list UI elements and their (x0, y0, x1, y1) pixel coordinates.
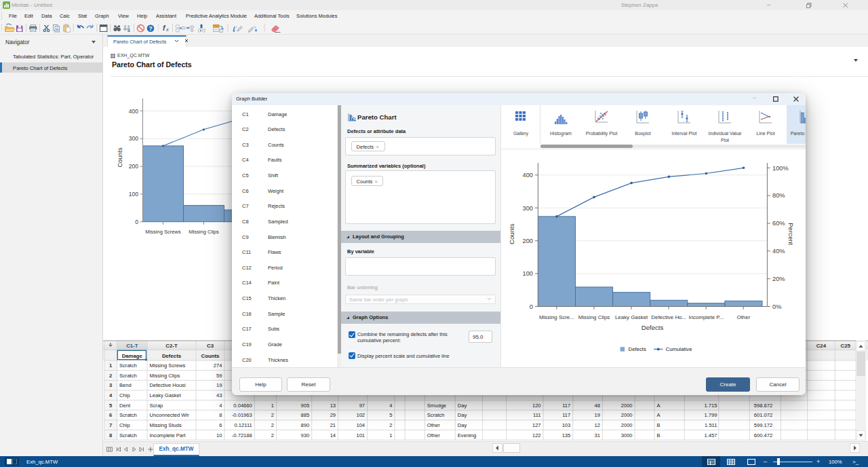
svg-text:300: 300 (129, 135, 139, 142)
svg-text:102: 102 (356, 412, 365, 418)
svg-text:7: 7 (109, 422, 112, 428)
svg-text:Missing Screws: Missing Screws (150, 362, 186, 369)
svg-text:Defects: Defects (629, 346, 647, 352)
svg-text:-0.01963: -0.01963 (232, 412, 252, 418)
svg-text:Day: Day (458, 403, 467, 409)
svg-text:1: 1 (389, 432, 392, 438)
svg-text:117: 117 (562, 412, 570, 418)
svg-text:905: 905 (301, 403, 310, 409)
svg-text:Scrap: Scrap (150, 403, 163, 409)
svg-text:120: 120 (532, 403, 541, 409)
svg-text:1: 1 (271, 403, 274, 409)
svg-text:0%: 0% (772, 303, 781, 310)
svg-text:2000: 2000 (621, 403, 633, 409)
svg-text:127: 127 (532, 422, 541, 428)
svg-text:13: 13 (330, 403, 336, 409)
svg-text:1.715: 1.715 (704, 403, 717, 409)
svg-text:Percent: Percent (787, 223, 795, 245)
svg-text:C25: C25 (841, 343, 851, 349)
svg-text:200: 200 (129, 163, 139, 170)
svg-text:10: 10 (216, 432, 222, 438)
svg-text:2: 2 (109, 373, 112, 379)
svg-text:0.04660: 0.04660 (233, 403, 252, 409)
svg-text:Chip: Chip (119, 422, 130, 428)
svg-text:Other: Other (427, 422, 440, 428)
svg-text:Day: Day (458, 422, 467, 428)
svg-text:100: 100 (129, 191, 139, 198)
svg-text:117: 117 (562, 403, 570, 409)
svg-text:Smudge: Smudge (427, 403, 446, 409)
svg-text:Scratch: Scratch (119, 412, 137, 418)
svg-text:Counts: Counts (117, 147, 123, 168)
svg-text:Defective Housi: Defective Housi (150, 382, 186, 388)
svg-text:Counts: Counts (201, 353, 220, 359)
svg-text:Damage: Damage (122, 353, 143, 359)
svg-text:100%: 100% (772, 165, 789, 172)
svg-text:Missing Clips: Missing Clips (150, 373, 180, 379)
svg-text:1.799: 1.799 (704, 412, 717, 418)
svg-text:600.472: 600.472 (754, 432, 772, 438)
svg-text:100: 100 (522, 270, 533, 277)
svg-text:1.511: 1.511 (705, 422, 717, 428)
svg-text:80%: 80% (772, 192, 785, 199)
svg-text:Bend: Bend (119, 382, 132, 388)
svg-text:2: 2 (271, 412, 274, 418)
svg-text:2: 2 (271, 432, 274, 438)
svg-text:31: 31 (594, 432, 599, 438)
svg-text:48: 48 (594, 403, 599, 409)
svg-text:2000: 2000 (621, 412, 633, 418)
svg-text:599.172: 599.172 (754, 422, 772, 428)
svg-text:Day: Day (458, 412, 467, 418)
svg-text:Scratch: Scratch (119, 373, 137, 379)
svg-text:19: 19 (216, 382, 222, 388)
svg-text:400: 400 (129, 108, 139, 115)
svg-text:Defects: Defects (642, 324, 664, 331)
svg-text:Defects: Defects (162, 353, 182, 359)
svg-text:Leaky Gasket: Leaky Gasket (615, 314, 648, 320)
svg-text:111: 111 (533, 412, 541, 418)
svg-text:Missing Scre...: Missing Scre... (539, 314, 574, 320)
svg-text:C24: C24 (816, 343, 827, 349)
svg-text:8: 8 (219, 412, 222, 418)
svg-text:400: 400 (522, 172, 533, 179)
svg-text:122: 122 (532, 432, 541, 438)
svg-text:20%: 20% (772, 276, 785, 282)
svg-text:12: 12 (594, 422, 599, 428)
svg-text:19: 19 (594, 412, 599, 418)
svg-text:4: 4 (219, 403, 222, 409)
svg-text:Scratch: Scratch (119, 432, 137, 438)
svg-text:Scratch: Scratch (119, 362, 137, 369)
svg-text:60%: 60% (772, 220, 785, 227)
svg-text:274: 274 (214, 362, 222, 369)
svg-text:Cumulative: Cumulative (666, 346, 692, 352)
svg-text:Counts: Counts (508, 223, 515, 244)
svg-text:Missing Clips: Missing Clips (189, 229, 219, 235)
svg-text:Missing Screws: Missing Screws (145, 229, 181, 235)
svg-text:x: x (165, 26, 169, 33)
svg-text:29: 29 (330, 412, 336, 418)
svg-text:1.457: 1.457 (704, 432, 717, 438)
svg-text:103: 103 (562, 422, 571, 428)
svg-text:Missing Clips: Missing Clips (578, 314, 610, 320)
svg-text:59: 59 (216, 373, 222, 379)
svg-text:Defective Ho...: Defective Ho... (651, 314, 686, 320)
svg-text:Incomplete Part: Incomplete Part (150, 432, 186, 438)
svg-text:3000: 3000 (621, 432, 633, 438)
svg-text:Dent: Dent (119, 403, 131, 409)
svg-text:B: B (657, 432, 660, 438)
svg-text:Missing Studs: Missing Studs (150, 422, 182, 428)
svg-text:890: 890 (301, 422, 310, 428)
svg-text:40%: 40% (772, 248, 785, 255)
svg-text:2: 2 (271, 422, 274, 428)
svg-text:B: B (657, 422, 660, 428)
svg-text:601.072: 601.072 (754, 412, 772, 418)
svg-text:C3: C3 (207, 343, 214, 349)
svg-text:3: 3 (109, 382, 112, 388)
svg-text:Other: Other (427, 432, 440, 438)
svg-text:43: 43 (216, 392, 222, 398)
svg-text:Other: Other (737, 314, 751, 320)
svg-text:6: 6 (219, 422, 222, 428)
svg-text:Unconnected Wir: Unconnected Wir (150, 412, 190, 418)
svg-text:598.672: 598.672 (754, 403, 772, 409)
svg-text:200: 200 (522, 238, 533, 244)
